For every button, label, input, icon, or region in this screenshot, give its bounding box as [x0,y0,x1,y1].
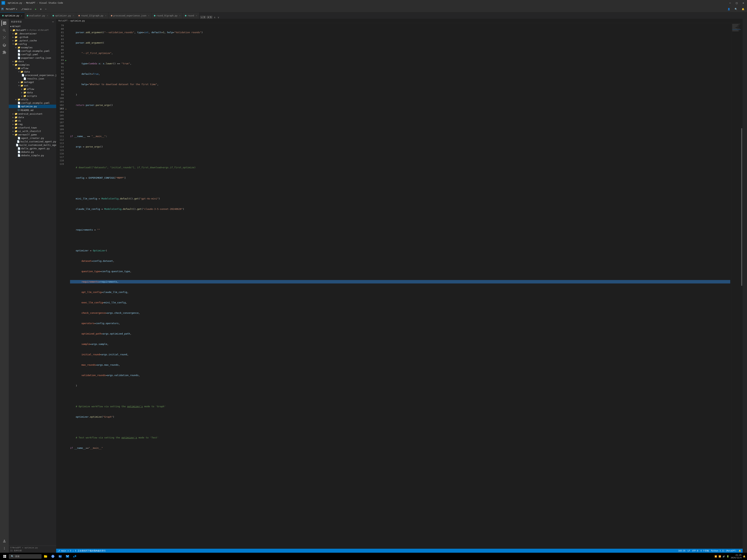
tree-readme[interactable]: Ⓜ README.md [9,108,56,112]
tree-config-examples[interactable]: ▶ 📁 examples [9,46,56,49]
gutter-101 [65,100,69,103]
minimap-line [732,24,740,24]
tree-optimize-py[interactable]: 📄 optimize.py [9,105,56,108]
tree-metagpt-folder[interactable]: ▼ 📁 MetaGPT D:\Python AI\MetaGPT [9,28,56,32]
tree-aflow-data[interactable]: ▼ 📁 data [9,70,56,74]
tab-evaluator-py[interactable]: evaluator.py ✕ [25,12,51,19]
root-folder[interactable]: ▼ METAGPT [9,25,56,28]
system-tray-icons: 🔼 📶 🔊 🔋 [715,555,729,558]
ln-97: 97 [58,86,64,89]
tree-aflow[interactable]: ▼ 📁 aflow [9,66,56,70]
maximize-btn[interactable]: □ [735,1,739,4]
tree-config[interactable]: ▼ 📁 config [9,42,56,46]
search-btn[interactable]: 🔍 [733,7,739,11]
tree-metagpt-sub[interactable]: ▶ 📁 metagpt [9,80,56,84]
tree-github[interactable]: ▶ 📁 .github [9,35,56,39]
activity-extensions[interactable] [1,49,7,55]
activity-explorer[interactable] [1,20,7,26]
svg-rect-4 [5,555,6,556]
tree-di[interactable]: ▶ 📁 di [9,119,56,123]
run-arrow-89[interactable]: ▶ [65,59,67,62]
tab-processed-exp[interactable]: processed_experience.json ✕ [109,12,152,19]
tree-debate[interactable]: 📄 debate.py [9,150,56,154]
icon-config2-yaml: 📄 [18,53,20,56]
account-btn[interactable]: 👤 [726,7,731,11]
taskbar-mail[interactable] [64,553,71,560]
tab-close-processed[interactable]: ✕ [148,15,149,17]
tree-ext-data[interactable]: ▶ 📁 data [9,91,56,94]
tree-dalle[interactable]: 📄 dalle_gpt4v_agent.py [9,147,56,150]
notification-area[interactable]: 🔔 [743,555,746,558]
run-btn[interactable]: ▶ [34,7,37,11]
tab-round[interactable]: round ✕ [183,12,199,19]
tab-close-round9[interactable]: ✕ [179,15,180,17]
tab-scroll-down[interactable]: ∨ [217,16,220,19]
account-icon: 👤 [727,8,730,10]
more-btn[interactable]: ⋯ [44,7,47,11]
tree-devcontainer[interactable]: ▶ 📁 .devcontainer [9,32,56,35]
activity-account[interactable] [1,538,7,544]
tree-utils[interactable]: ▶ 📁 utils [9,98,56,101]
tree-android-assistant[interactable]: ▶ 📁 android_assistant [9,112,56,115]
tree-config2-yaml[interactable]: 📄 config2.yaml [9,53,56,56]
tab-optimize-py[interactable]: optimize.py ✕ [0,12,25,19]
tree-build-customized[interactable]: 📄 build_customized_agent.py [9,140,56,143]
scrollbar-thumb[interactable] [741,128,742,286]
tree-ext[interactable]: ▼ 📁 ext [9,84,56,87]
code-line-101: dataset=config.dataset, [70,259,730,263]
activity-settings[interactable] [1,545,7,551]
activity-search[interactable] [1,28,7,33]
tree-scripts[interactable]: ▶ 📁 scripts [9,94,56,98]
minimize-btn[interactable]: − [728,1,732,4]
settings-btn[interactable]: ⚙ [39,7,43,11]
taskbar-vscode[interactable] [72,553,78,560]
tree-stanford-town[interactable]: ▶ 📁 stanford_town [9,126,56,129]
tree-config2-example-yaml2[interactable]: 📄 config2.example.yaml [9,101,56,105]
activity-debug[interactable] [1,42,7,48]
tab-close-optimizer[interactable]: ✕ [73,15,74,17]
tree-puppeteer-json[interactable]: 📄 puppeteer-config.json [9,56,56,60]
tree-ui-chainlit[interactable]: ▶ 📁 ui_with_chainlit [9,129,56,133]
start-button[interactable] [1,553,8,560]
ln-111: 111 [58,135,64,138]
branch-selector[interactable]: ⎇ main ∨ [20,7,33,11]
activity-source-control[interactable] [1,35,7,41]
tab-close-evaluator[interactable]: ✕ [47,15,48,17]
tree-results-json[interactable]: 📄 results.json [9,77,56,80]
tab-round9-graph[interactable]: round_9|graph.py ✕ [152,12,183,19]
icon-debate-simple: 📄 [18,154,20,157]
tree-examples[interactable]: ▼ 📁 examples [9,63,56,66]
taskbar-browser[interactable] [50,553,56,560]
sidebar-menu-icon[interactable]: ⋯ [52,20,54,23]
tree-rag[interactable]: ▶ 📁 rag [9,123,56,126]
tree-docs[interactable]: ▶ 📁 docs [9,60,56,63]
code-content[interactable]: parser.add_argument("--validation_rounds… [69,23,732,549]
editor-scrollbar[interactable] [741,23,743,549]
tree-data[interactable]: ▶ 📁 data [9,115,56,119]
close-btn[interactable]: ✕ [741,1,746,4]
tree-processed-exp[interactable]: 📄 processed_experience.json [9,74,56,77]
gutter-92 [65,69,69,72]
tree-ext-aflow[interactable]: ▶ 📁 aflow [9,87,56,91]
tab-close-round[interactable]: ✕ [196,15,197,17]
notifications-btn[interactable]: 🔔 [741,7,746,11]
tree-config2-example-yaml[interactable]: 📄 config2.example.yaml [9,49,56,53]
tree-agent-creator[interactable]: 📄 agent_creator.py [9,136,56,140]
tree-werewolf[interactable]: ▼ 📁 werewolf_game [9,133,56,136]
tree-debate-simple[interactable]: 📄 debate_simple.py [9,154,56,157]
tree-build-multi[interactable]: 📄 build_customized_multi_agents.py [9,143,56,147]
label-metagpt-sub: metagpt [24,81,34,83]
tree-pytest-cache[interactable]: ▶ 📁 .pytest_cache [9,39,56,42]
taskbar-file-manager[interactable] [42,553,49,560]
icon-metagpt-sub: 📁 [20,81,23,83]
project-selector[interactable]: MetaGPT ∨ [5,7,19,11]
taskbar-search-box[interactable]: 🔍 搜索 [9,554,42,559]
tab-round13-graph[interactable]: round_13|graph.py ✕ [76,12,109,19]
code-line-103: requirements=requirements, [70,280,730,284]
taskbar-terminal[interactable] [57,553,63,560]
tab-close-round13[interactable]: ✕ [105,15,106,17]
code-editor: 79 80 81 82 83 84 85 86 87 88 89 90 91 9… [56,23,743,549]
tab-close-optimize[interactable]: ✕ [21,15,22,17]
tab-scroll-up[interactable]: ∧ [213,16,216,19]
tab-optimizer-py[interactable]: optimizer.py ✕ [50,12,76,19]
